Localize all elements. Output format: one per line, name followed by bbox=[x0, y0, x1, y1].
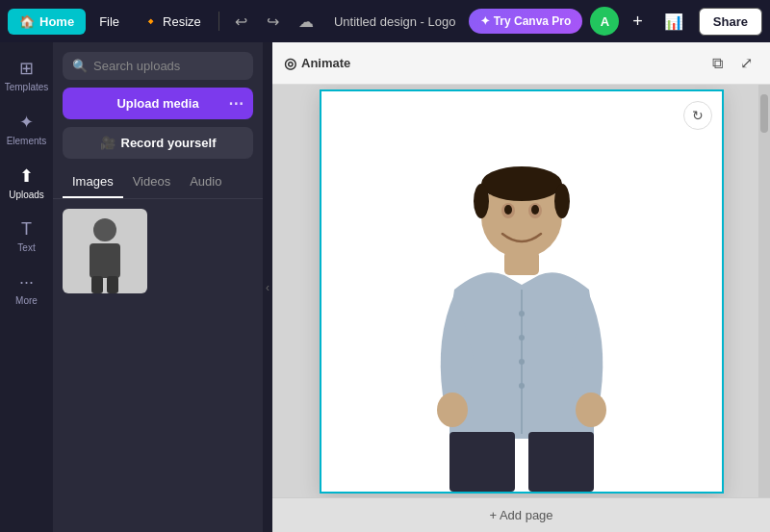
icon-sidebar: ⊞ Templates ✦ Elements ⬆ Uploads T Text … bbox=[0, 42, 53, 532]
copy-button[interactable]: ⧉ bbox=[706, 51, 729, 76]
uploads-icon: ⬆ bbox=[19, 165, 34, 187]
search-input[interactable] bbox=[93, 59, 244, 73]
thumbnail-svg bbox=[63, 209, 147, 293]
avatar[interactable]: A bbox=[590, 7, 619, 36]
scrollbar[interactable] bbox=[758, 85, 770, 497]
image-grid bbox=[53, 199, 263, 303]
main-layout: ⊞ Templates ✦ Elements ⬆ Uploads T Text … bbox=[0, 42, 770, 532]
svg-rect-6 bbox=[504, 251, 539, 275]
svg-point-14 bbox=[576, 393, 606, 427]
star-icon: ✦ bbox=[480, 14, 490, 28]
svg-point-9 bbox=[519, 311, 525, 317]
tab-videos[interactable]: Videos bbox=[123, 166, 181, 198]
svg-point-11 bbox=[519, 359, 525, 365]
tabs: Images Videos Audio bbox=[53, 166, 263, 199]
search-box: 🔍 bbox=[63, 52, 253, 80]
svg-point-22 bbox=[474, 184, 489, 218]
canvas-page: ↻ bbox=[320, 89, 724, 494]
svg-point-10 bbox=[519, 335, 525, 341]
record-yourself-button[interactable]: 🎥 Record yourself bbox=[63, 127, 253, 159]
refresh-button[interactable]: ↻ bbox=[683, 101, 712, 130]
tab-audio[interactable]: Audio bbox=[180, 166, 231, 198]
home-button[interactable]: 🏠 Home bbox=[8, 9, 86, 35]
left-panel-content: 🔍 Upload media ⋯ 🎥 Record yourself bbox=[53, 42, 263, 166]
svg-rect-15 bbox=[449, 432, 515, 492]
svg-rect-4 bbox=[107, 276, 118, 293]
add-page-bar[interactable]: + Add page bbox=[272, 497, 770, 532]
sidebar-item-text[interactable]: T Text bbox=[4, 212, 50, 261]
animate-button[interactable]: ◎ Animate bbox=[284, 55, 350, 72]
tab-images[interactable]: Images bbox=[63, 166, 123, 198]
chevron-left-icon: ‹ bbox=[266, 281, 270, 294]
fullscreen-button[interactable]: ⤢ bbox=[734, 50, 758, 76]
svg-rect-3 bbox=[91, 276, 103, 293]
analytics-button[interactable]: 📊 bbox=[656, 7, 691, 37]
svg-rect-2 bbox=[90, 243, 120, 278]
svg-point-21 bbox=[481, 166, 562, 201]
sidebar-item-uploads[interactable]: ⬆ Uploads bbox=[4, 158, 50, 208]
svg-point-1 bbox=[93, 218, 116, 241]
templates-icon: ⊞ bbox=[19, 58, 34, 79]
canvas-toolbar: ◎ Animate ⧉ ⤢ bbox=[272, 42, 770, 85]
collapse-handle[interactable]: ‹ bbox=[263, 42, 272, 532]
add-page-button[interactable]: + Add page bbox=[489, 508, 552, 522]
canvas-main: ↻ bbox=[272, 85, 770, 497]
separator bbox=[218, 12, 219, 31]
canvas-person-image[interactable] bbox=[425, 165, 618, 492]
svg-point-13 bbox=[437, 393, 468, 427]
svg-point-12 bbox=[519, 383, 525, 389]
share-button[interactable]: Share bbox=[699, 8, 762, 36]
svg-point-19 bbox=[504, 205, 512, 215]
left-panel: 🔍 Upload media ⋯ 🎥 Record yourself Image… bbox=[53, 42, 263, 532]
sidebar-item-elements[interactable]: ✦ Elements bbox=[4, 104, 50, 154]
text-icon: T bbox=[21, 219, 32, 240]
try-pro-button[interactable]: ✦ Try Canva Pro bbox=[469, 9, 583, 34]
camera-icon: 🎥 bbox=[100, 136, 116, 150]
file-button[interactable]: File bbox=[90, 9, 129, 35]
topbar: 🏠 Home File 🔸 Resize ↩ ↪ ☁ Untitled desi… bbox=[0, 0, 770, 42]
topbar-right: ✦ Try Canva Pro A + 📊 Share bbox=[469, 7, 762, 37]
thumbnail-image[interactable] bbox=[63, 209, 147, 293]
topbar-center: Untitled design - Logo bbox=[325, 14, 465, 29]
upload-media-button[interactable]: Upload media ⋯ bbox=[63, 88, 253, 119]
add-team-button[interactable]: + bbox=[627, 8, 649, 36]
cloud-save-button[interactable]: ☁ bbox=[291, 7, 321, 37]
undo-button[interactable]: ↩ bbox=[227, 7, 255, 37]
animate-icon: ◎ bbox=[284, 55, 296, 72]
resize-button[interactable]: 🔸 Resize bbox=[133, 8, 211, 35]
resize-icon: 🔸 bbox=[142, 13, 159, 29]
redo-button[interactable]: ↪ bbox=[259, 7, 287, 37]
sidebar-item-templates[interactable]: ⊞ Templates bbox=[4, 50, 50, 100]
canvas-area: ◎ Animate ⧉ ⤢ bbox=[272, 42, 770, 532]
more-icon: ··· bbox=[19, 272, 34, 292]
home-icon: 🏠 bbox=[19, 14, 35, 29]
document-title: Untitled design - Logo bbox=[334, 14, 455, 29]
svg-point-23 bbox=[554, 184, 570, 218]
svg-point-20 bbox=[531, 205, 539, 215]
svg-rect-16 bbox=[528, 432, 594, 492]
scrollbar-thumb[interactable] bbox=[760, 94, 768, 133]
search-icon: 🔍 bbox=[72, 59, 88, 73]
upload-options-icon: ⋯ bbox=[228, 94, 244, 113]
sidebar-item-more[interactable]: ··· More bbox=[4, 265, 50, 314]
elements-icon: ✦ bbox=[19, 112, 34, 133]
canvas-toolbar-right: ⧉ ⤢ bbox=[706, 50, 758, 76]
